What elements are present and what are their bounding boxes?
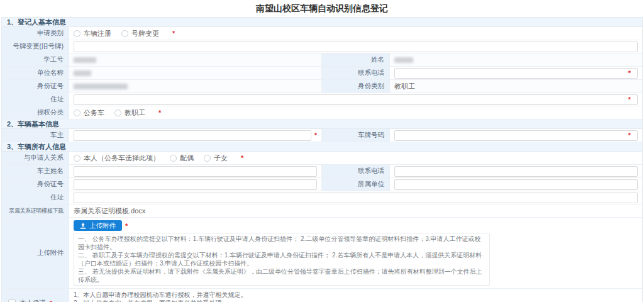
owner-phone-input[interactable] [394, 166, 638, 177]
section-header-vehicle-info: 2、车辆基本信息 [2, 120, 642, 129]
radio-child[interactable]: 子女 [204, 154, 228, 163]
label-owner-unit: 所属单位 [321, 178, 390, 191]
owner-name-cell [69, 165, 321, 177]
row-owner-plate: 车主 * 车牌号码 * [2, 129, 642, 142]
relation-options: 本人（公务车选择此项） 配偶 子女 * [69, 152, 642, 164]
row-auth-type: 授权分类 公务车 教职工 * [2, 106, 642, 120]
label-id-no: 身份证号 [2, 80, 69, 92]
owner-input[interactable] [74, 130, 311, 141]
label-owner-id: 身份证号 [2, 178, 69, 191]
row-ownerid-unit: 身份证号 所属单位 [2, 178, 642, 191]
phone-cell: * [390, 67, 642, 79]
plate-no-input[interactable] [394, 130, 638, 141]
upload-icon [80, 223, 86, 229]
label-promise: 本人承诺 [19, 299, 46, 302]
radio-self[interactable]: 本人（公务车选择此项） [74, 154, 160, 163]
radio-staff[interactable]: 教职工 [114, 108, 145, 118]
upload-note-line: 三、 若无法提供关系证明材料，请下载附件《亲属关系证明》，由二级单位分管领导签字… [78, 267, 486, 284]
old-plate-cell [69, 40, 642, 53]
label-relation: 与申请人关系 [2, 152, 69, 164]
owner-unit-input[interactable] [394, 179, 638, 190]
label-owner-address: 住址 [2, 191, 69, 204]
owner-id-input[interactable] [74, 179, 317, 190]
name-value [390, 53, 642, 66]
radio-circle-icon[interactable] [170, 155, 177, 162]
promise-checkbox[interactable] [8, 299, 16, 302]
owner-name-input[interactable] [74, 166, 317, 177]
student-id-value [69, 53, 321, 66]
address-cell: * [69, 93, 642, 106]
apply-type-options: 车辆注册 号牌变更 * [69, 27, 642, 40]
label-upload: 上传附件 [2, 218, 69, 288]
required-marker: * [50, 299, 52, 302]
upload-notes: 一、 公务车办理授权的需提交以下材料：1.车辆行驶证及申请人身份证扫描件； 2.… [74, 233, 490, 286]
label-plate-no: 车牌号码 [321, 129, 390, 142]
template-file-link[interactable]: 亲属关系证明模板.docx [74, 206, 145, 216]
label-old-plate: 号牌变更(旧号牌) [2, 40, 69, 53]
redacted-value [394, 57, 413, 63]
id-no-value [69, 80, 321, 92]
redacted-value [74, 70, 91, 76]
radio-circle-icon[interactable] [114, 109, 121, 116]
row-promise: 本人承诺 * 1、本人自愿申请办理校园机动车通行授权，并遵守相关规定。 2、以上… [2, 289, 642, 302]
redacted-value [74, 84, 128, 89]
radio-circle-icon[interactable] [74, 109, 80, 116]
radio-circle-icon[interactable] [74, 155, 80, 162]
address-input[interactable] [74, 94, 638, 105]
label-auth-type: 授权分类 [2, 106, 69, 119]
radio-spouse[interactable]: 配偶 [170, 154, 194, 163]
template-download-cell: 亲属关系证明模板.docx [69, 204, 642, 217]
unit-value [69, 67, 321, 79]
id-type-value: 教职工 [390, 80, 642, 92]
label-owner-phone: 联系电话 [321, 165, 390, 177]
radio-circle-icon[interactable] [204, 155, 211, 162]
owner-cell: * [69, 129, 321, 142]
row-ownername-phone: 车主姓名 联系电话 [2, 165, 642, 178]
required-marker: * [158, 109, 161, 116]
upload-attachment-button[interactable]: 上传附件 [74, 220, 122, 231]
row-address: 住址 * [2, 93, 642, 106]
row-old-plate: 号牌变更(旧号牌) [2, 40, 642, 53]
promise-line: 2、以上信息真实，若有虚假，愿承担责任并接受处理。 [74, 299, 228, 302]
required-marker: * [125, 222, 128, 230]
radio-official-car[interactable]: 公务车 [74, 108, 104, 118]
owner-address-input[interactable] [74, 193, 638, 203]
radio-label: 教职工 [125, 108, 145, 118]
required-marker: * [314, 131, 317, 139]
owner-address-cell [69, 191, 642, 204]
redacted-value [74, 57, 96, 63]
auth-type-options: 公务车 教职工 * [69, 106, 642, 119]
radio-circle-icon[interactable] [74, 30, 80, 37]
radio-label: 公务车 [84, 108, 104, 118]
label-address: 住址 [2, 93, 69, 106]
label-template-download: 亲属关系证明模板下载 [2, 204, 69, 217]
plate-no-cell: * [390, 129, 642, 142]
row-upload: 上传附件 上传附件 * 一、 公务车办理授权的需提交以下材料：1.车辆行驶证及申… [2, 218, 642, 289]
label-student-id: 学工号 [2, 53, 69, 66]
radio-label: 本人（公务车选择此项） [84, 154, 160, 163]
old-plate-input[interactable] [74, 42, 638, 52]
upload-note-line: 一、 公务车办理授权的需提交以下材料：1.车辆行驶证及申请人身份证扫描件； 2.… [78, 235, 486, 251]
section-header-owner-info: 3、车辆所有人信息 [2, 142, 642, 152]
id-type-text: 教职工 [394, 82, 415, 91]
row-template-download: 亲属关系证明模板下载 亲属关系证明模板.docx [2, 204, 642, 218]
row-relation: 与申请人关系 本人（公务车选择此项） 配偶 子女 * [2, 152, 642, 165]
radio-label: 子女 [214, 154, 228, 163]
phone-input[interactable] [394, 68, 638, 79]
radio-label: 车辆注册 [84, 29, 111, 38]
row-idno-idtype: 身份证号 身份类别 教职工 [2, 80, 642, 93]
required-marker: * [628, 96, 631, 103]
radio-plate-change[interactable]: 号牌变更 [121, 29, 159, 38]
row-studentid-name: 学工号 姓名 [2, 53, 642, 67]
label-id-type: 身份类别 [321, 80, 390, 92]
required-marker: * [172, 30, 175, 37]
radio-circle-icon[interactable] [121, 30, 128, 37]
label-name: 姓名 [321, 53, 390, 66]
required-marker: * [628, 69, 631, 77]
radio-vehicle-register[interactable]: 车辆注册 [74, 29, 111, 38]
upload-button-label: 上传附件 [89, 221, 116, 230]
label-owner-name: 车主姓名 [2, 165, 69, 177]
registration-form: 1、登记人基本信息 申请类别 车辆注册 号牌变更 * 号牌变更(旧号牌) 学工号… [1, 17, 643, 302]
radio-label: 号牌变更 [131, 29, 159, 38]
owner-unit-cell [390, 178, 642, 191]
